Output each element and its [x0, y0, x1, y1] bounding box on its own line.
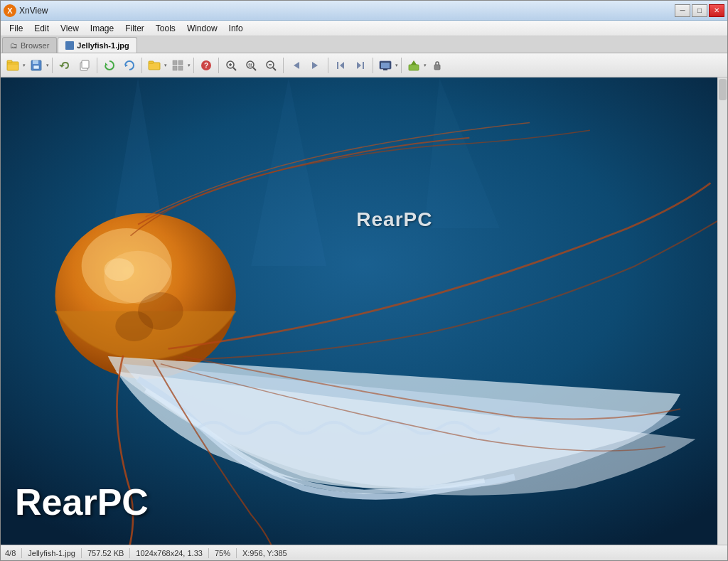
tab-browser-label: Browser — [21, 41, 49, 50]
image-viewer[interactable]: RearPC RearPC — [1, 78, 727, 545]
svg-rect-31 — [363, 62, 364, 69]
menu-bar: File Edit View Image Filter Tools Window… — [1, 21, 727, 36]
separator-1 — [52, 58, 53, 73]
zoom-fit-button[interactable]: fit — [242, 56, 260, 75]
svg-rect-13 — [173, 66, 177, 70]
status-index: 4/8 — [5, 549, 16, 557]
app-icon: X — [4, 4, 16, 17]
zoom-out-button[interactable] — [262, 56, 280, 75]
forward-button[interactable] — [306, 56, 325, 75]
svg-rect-11 — [173, 60, 177, 65]
menu-filter[interactable]: Filter — [119, 22, 150, 35]
separator-7 — [328, 58, 328, 73]
status-sep-1 — [21, 548, 22, 558]
menu-edit[interactable]: Edit — [28, 22, 55, 35]
svg-rect-29 — [337, 62, 338, 69]
zoom-in-button[interactable] — [222, 56, 240, 75]
open-button[interactable] — [4, 56, 22, 75]
folder-btn-group[interactable]: ▾ — [145, 56, 167, 75]
menu-info[interactable]: Info — [223, 22, 249, 35]
watermark-bottom: RearPC — [15, 481, 149, 523]
separator-8 — [373, 58, 373, 73]
watermark-center: RearPC — [356, 208, 432, 231]
status-filesize: 757.52 KB — [87, 549, 124, 557]
monitor-button[interactable] — [376, 56, 395, 75]
menu-image[interactable]: Image — [85, 22, 119, 35]
svg-line-25 — [273, 68, 276, 70]
refresh-button[interactable] — [100, 56, 119, 75]
svg-line-18 — [233, 68, 236, 70]
status-bar: 4/8 Jellyfish-1.jpg 757.52 KB 1024x768x2… — [1, 545, 727, 560]
svg-point-43 — [104, 258, 134, 281]
save-button[interactable] — [27, 56, 46, 75]
status-sep-5 — [236, 548, 237, 558]
info-button[interactable]: ? — [197, 56, 215, 75]
svg-rect-12 — [178, 60, 183, 65]
separator-2 — [97, 58, 97, 73]
vertical-scrollbar[interactable] — [717, 78, 727, 545]
prev-button[interactable] — [331, 56, 350, 75]
monitor-arrow: ▾ — [395, 63, 398, 68]
export-button[interactable] — [405, 56, 423, 75]
undo-button[interactable] — [55, 56, 74, 75]
separator-6 — [283, 58, 284, 73]
svg-text:fit: fit — [248, 63, 252, 68]
svg-marker-30 — [340, 62, 344, 69]
svg-rect-1 — [7, 60, 12, 63]
menu-view[interactable]: View — [55, 22, 85, 35]
status-dimensions: 1024x768x24, 1.33 — [136, 549, 203, 557]
window-controls: ─ □ ✕ — [675, 4, 724, 17]
tab-browser[interactable]: 🗂 Browser — [2, 37, 57, 53]
tab-jellyfish-label: Jellyfish-1.jpg — [77, 41, 129, 50]
save-btn-group[interactable]: ▾ — [27, 56, 49, 75]
svg-marker-7 — [105, 63, 108, 65]
status-zoom: 75% — [215, 549, 230, 557]
tab-bar: 🗂 Browser Jellyfish-1.jpg — [1, 36, 727, 53]
minimize-button[interactable]: ─ — [675, 4, 690, 17]
svg-rect-38 — [434, 65, 440, 70]
open-btn-group[interactable]: ▾ — [4, 56, 26, 75]
main-window: X XnView ─ □ ✕ File Edit View Image Filt… — [0, 0, 728, 561]
toolbar: ▾ ▾ ▾ — [1, 53, 727, 78]
svg-rect-6 — [82, 60, 89, 68]
tab-browser-icon: 🗂 — [10, 41, 18, 50]
export-btn-group[interactable]: ▾ — [405, 56, 427, 75]
status-sep-4 — [208, 548, 209, 558]
svg-rect-36 — [409, 65, 419, 70]
grid-btn-group[interactable]: ▾ — [168, 56, 191, 75]
maximize-button[interactable]: □ — [692, 4, 707, 17]
status-cursor: X:956, Y:385 — [242, 549, 287, 557]
monitor-btn-group[interactable]: ▾ — [376, 56, 398, 75]
rotate-left-button[interactable] — [120, 56, 139, 75]
tab-jellyfish[interactable]: Jellyfish-1.jpg — [58, 37, 136, 53]
svg-rect-3 — [33, 60, 38, 64]
window-title: XnView — [19, 6, 675, 16]
tab-jellyfish-icon — [65, 41, 74, 50]
title-bar: X XnView ─ □ ✕ — [1, 1, 727, 21]
svg-rect-4 — [33, 65, 39, 69]
menu-tools[interactable]: Tools — [150, 22, 181, 35]
lock-button[interactable] — [428, 56, 446, 75]
save-arrow: ▾ — [46, 63, 49, 68]
svg-marker-28 — [312, 62, 318, 69]
separator-5 — [218, 58, 219, 73]
separator-3 — [141, 58, 142, 73]
open-arrow: ▾ — [23, 63, 26, 68]
svg-marker-32 — [357, 62, 361, 69]
svg-text:?: ? — [204, 62, 208, 70]
next-button[interactable] — [351, 56, 370, 75]
back-button[interactable] — [287, 56, 305, 75]
svg-rect-14 — [178, 66, 183, 70]
grid-button[interactable] — [168, 56, 187, 75]
status-sep-2 — [81, 548, 82, 558]
grid-arrow: ▾ — [188, 63, 191, 68]
menu-window[interactable]: Window — [181, 22, 223, 35]
menu-file[interactable]: File — [4, 22, 28, 35]
copy-button[interactable] — [75, 56, 94, 75]
close-button[interactable]: ✕ — [709, 4, 724, 17]
svg-marker-27 — [294, 62, 299, 69]
export-arrow: ▾ — [424, 63, 427, 68]
svg-point-45 — [115, 311, 153, 341]
folder-button[interactable] — [145, 56, 164, 75]
separator-4 — [193, 58, 194, 73]
